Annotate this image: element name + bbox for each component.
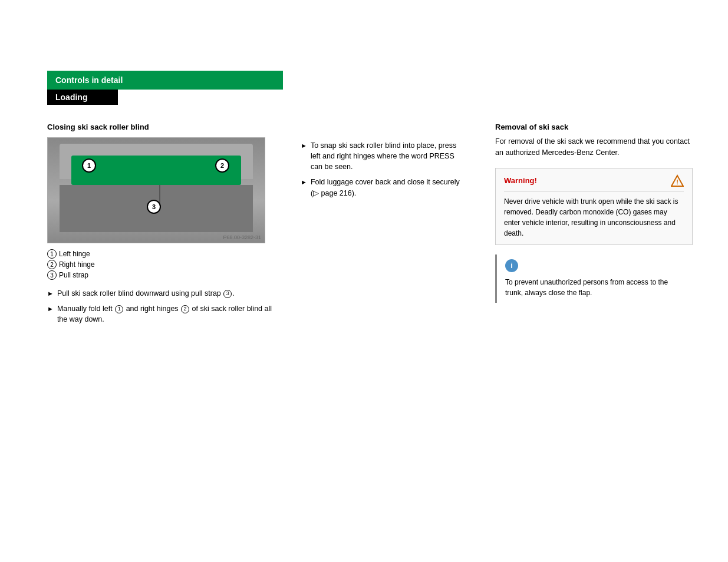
warning-box: Warning! ! Never drive vehicle with trun… — [495, 168, 693, 245]
header-section: Controls in detail Loading — [47, 71, 283, 105]
left-bullet-1-text: Pull ski sack roller blind downward usin… — [57, 288, 235, 299]
middle-arrow-1: ► — [301, 141, 307, 151]
left-bullet-2-text: Manually fold left 1 and right hinges 2 … — [57, 303, 283, 325]
middle-bullet-2: ► Fold luggage cover back and close it s… — [301, 177, 466, 198]
section-title: Closing ski sack roller blind — [47, 123, 283, 131]
header-black-bar: Loading — [47, 90, 118, 105]
legend-item-3: 3 Pull strap — [47, 270, 283, 280]
badge-2: 2 — [47, 260, 57, 269]
car-trunk-bg: 1 2 3 — [48, 138, 265, 243]
image-caption: P68.00-3282-31 — [223, 234, 261, 240]
badge-1: 1 — [47, 249, 57, 259]
callout-3: 3 — [147, 200, 161, 214]
warning-title: Warning! — [504, 176, 537, 185]
green-panel — [71, 156, 241, 185]
svg-text:!: ! — [676, 178, 678, 186]
inline-num-3a: 3 — [223, 290, 232, 298]
badge-3: 3 — [47, 270, 57, 280]
removal-text: For removal of the ski sack we recommend… — [495, 136, 693, 158]
inline-num-2: 2 — [181, 305, 189, 313]
inline-num-1: 1 — [115, 305, 123, 313]
pull-strap-line — [159, 185, 160, 203]
removal-title: Removal of ski sack — [495, 123, 693, 131]
diagram-container: 1 2 3 P68.00-3282-31 — [47, 137, 265, 243]
callout-2: 2 — [215, 158, 229, 173]
page-container: Controls in detail Loading Closing ski s… — [0, 71, 728, 562]
left-bullet-2: ► Manually fold left 1 and right hinges … — [47, 303, 283, 325]
left-bullet-1: ► Pull ski sack roller blind downward us… — [47, 288, 283, 299]
right-column: Removal of ski sack For removal of the s… — [466, 123, 693, 332]
middle-arrow-2: ► — [301, 178, 307, 187]
main-content: Closing ski sack roller blind 1 2 3 P68.… — [47, 123, 693, 332]
bullet-arrow-1: ► — [47, 289, 54, 299]
info-icon: i — [505, 259, 518, 272]
warning-text: Never drive vehicle with trunk open whil… — [504, 196, 684, 239]
left-bullet-list: ► Pull ski sack roller blind downward us… — [47, 288, 283, 325]
middle-bullet-1: ► To snap ski sack roller blind into pla… — [301, 140, 466, 172]
info-text: To prevent unauthorized persons from acc… — [505, 277, 684, 298]
left-column: Closing ski sack roller blind 1 2 3 P68.… — [47, 123, 283, 332]
info-box: i To prevent unauthorized persons from a… — [495, 254, 693, 303]
legend-list: 1 Left hinge 2 Right hinge 3 Pull strap — [47, 249, 283, 280]
warning-header: Warning! ! — [504, 174, 684, 191]
bullet-arrow-2: ► — [47, 305, 54, 314]
warning-triangle-icon: ! — [671, 174, 684, 187]
legend-item-1: 1 Left hinge — [47, 249, 283, 259]
callout-1: 1 — [82, 158, 96, 173]
legend-item-2: 2 Right hinge — [47, 260, 283, 269]
middle-bullet-list: ► To snap ski sack roller blind into pla… — [301, 140, 466, 199]
middle-column: ► To snap ski sack roller blind into pla… — [283, 123, 466, 332]
header-green-bar: Controls in detail — [47, 71, 283, 90]
info-header: i — [505, 259, 684, 272]
